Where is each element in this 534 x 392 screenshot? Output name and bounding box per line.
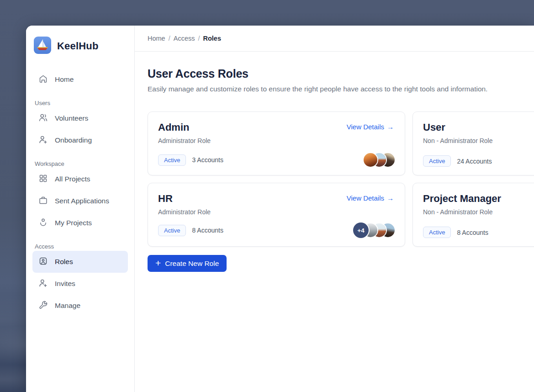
page-subtitle: Easily manage and customize roles to ens…	[148, 85, 534, 93]
main-area: Home / Access / Roles User Access Roles …	[135, 26, 534, 392]
card-footer: Active 8 Accounts +4	[158, 222, 395, 238]
card-footer: Active 8 Accounts	[423, 227, 534, 238]
brand-name: KeelHub	[57, 40, 99, 52]
view-details-link[interactable]: View Details →	[347, 194, 394, 202]
status-badge: Active	[158, 225, 186, 236]
view-details-link[interactable]: View Details →	[347, 123, 394, 131]
avatar-stack: +4	[353, 222, 395, 238]
breadcrumb-separator: /	[169, 35, 170, 42]
user-plus-icon	[38, 278, 48, 290]
sidebar-item-label: Sent Applications	[55, 197, 109, 205]
role-type: Administrator Role	[158, 208, 394, 216]
status-badge: Active	[423, 155, 451, 167]
accounts-count: 24 Accounts	[457, 158, 492, 165]
breadcrumb-home[interactable]: Home	[148, 35, 165, 42]
role-card-project-manager[interactable]: Project Manager View Details → Non - Adm…	[412, 183, 534, 247]
view-details-label: View Details	[347, 123, 384, 131]
sidebar-nav: Home Users Volunteers	[26, 69, 134, 317]
plus-icon: +	[155, 258, 161, 268]
sidebar-item-label: My Projects	[55, 219, 92, 227]
sidebar-item-all-projects[interactable]: All Projects	[26, 168, 134, 190]
sidebar-item-invites[interactable]: Invites	[26, 273, 134, 295]
role-name: User	[423, 122, 534, 133]
breadcrumb-access[interactable]: Access	[174, 35, 195, 42]
users-icon	[38, 113, 48, 124]
page-title: User Access Roles	[148, 67, 534, 80]
view-details-label: View Details	[347, 194, 384, 202]
section-label-users: Users	[26, 100, 134, 106]
card-footer: Active 3 Accounts	[158, 153, 395, 167]
sidebar-item-volunteers[interactable]: Volunteers	[26, 107, 134, 129]
sidebar-item-home[interactable]: Home	[26, 69, 134, 90]
user-icon	[38, 217, 48, 229]
role-type: Non - Administrator Role	[423, 137, 534, 144]
brand: KeelHub	[26, 37, 134, 56]
sidebar-item-label: Manage	[55, 302, 80, 310]
breadcrumb: Home / Access / Roles	[135, 26, 534, 52]
section-label-workspace: Workspace	[26, 160, 134, 167]
accounts-count: 3 Accounts	[192, 156, 223, 164]
wrench-icon	[38, 300, 48, 312]
role-type: Administrator Role	[158, 137, 394, 144]
card-footer: Active 24 Accounts	[423, 155, 534, 167]
sidebar-item-label: All Projects	[55, 175, 90, 183]
sidebar-item-label: Onboarding	[55, 136, 92, 144]
role-card-user[interactable]: User View Details → Non - Administrator …	[412, 111, 534, 175]
briefcase-icon	[38, 196, 48, 207]
user-plus-icon	[38, 135, 48, 146]
create-new-role-label: Create New Role	[165, 260, 219, 268]
sidebar-item-roles[interactable]: Roles	[32, 251, 128, 273]
app-window: KeelHub Home Users	[26, 26, 534, 392]
accounts-count: 8 Accounts	[457, 229, 488, 236]
status-badge: Active	[423, 227, 451, 238]
role-card-admin[interactable]: Admin View Details → Administrator Role …	[148, 111, 405, 175]
home-icon	[38, 74, 48, 85]
section-label-access: Access	[26, 243, 134, 250]
sidebar-item-label: Invites	[55, 280, 75, 288]
sidebar-item-label: Roles	[55, 258, 73, 266]
create-new-role-button[interactable]: + Create New Role	[148, 255, 227, 272]
breadcrumb-separator: /	[198, 35, 200, 42]
sidebar-item-my-projects[interactable]: My Projects	[26, 212, 134, 234]
role-name: Project Manager	[423, 193, 534, 205]
sailboat-icon	[34, 37, 51, 56]
avatar-stack	[364, 153, 395, 167]
role-card-hr[interactable]: HR View Details → Administrator Role Act…	[148, 183, 405, 247]
sidebar: KeelHub Home Users	[26, 26, 135, 392]
accounts-count: 8 Accounts	[192, 227, 223, 234]
sidebar-item-onboarding[interactable]: Onboarding	[26, 129, 134, 151]
avatar-overflow-badge: +4	[353, 222, 369, 238]
id-card-icon	[38, 256, 48, 268]
role-cards-grid: Admin View Details → Administrator Role …	[148, 111, 534, 247]
sidebar-item-sent-applications[interactable]: Sent Applications	[26, 190, 134, 212]
arrow-right-icon: →	[387, 194, 394, 202]
avatar	[364, 153, 377, 167]
breadcrumb-current: Roles	[203, 35, 222, 42]
sidebar-item-label: Volunteers	[55, 114, 88, 122]
arrow-right-icon: →	[387, 123, 394, 131]
page-content: User Access Roles Easily manage and cust…	[135, 52, 534, 272]
sidebar-item-manage[interactable]: Manage	[26, 295, 134, 317]
status-badge: Active	[158, 154, 186, 166]
grid-icon	[38, 174, 48, 185]
role-type: Non - Administrator Role	[423, 208, 534, 216]
sidebar-item-label: Home	[55, 75, 74, 84]
